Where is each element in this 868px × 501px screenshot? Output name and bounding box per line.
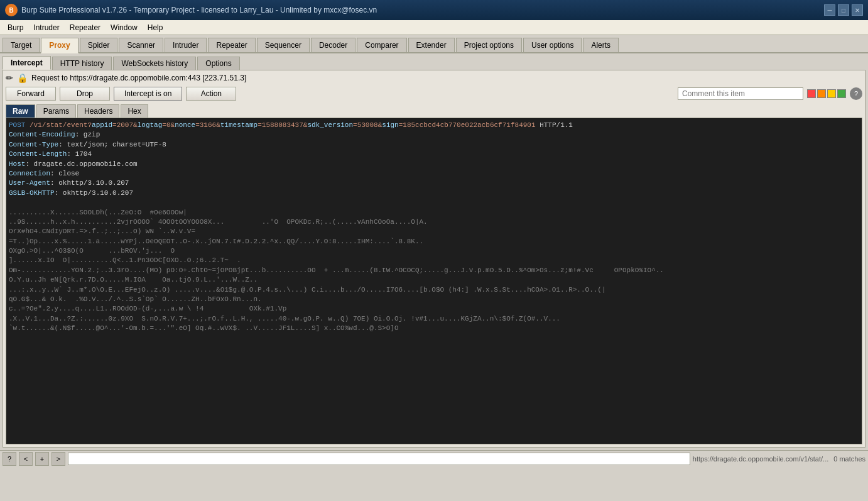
menu-intruder[interactable]: Intruder	[28, 22, 64, 33]
tab-proxy[interactable]: Proxy	[41, 38, 78, 53]
action-button[interactable]: Action	[186, 87, 236, 101]
bottom-bar: ? < + > https://dragate.dc.oppomobile.co…	[0, 450, 868, 467]
info-bar: ✏ 🔒 Request to https://dragate.dc.oppomo…	[6, 73, 862, 83]
tab-extender[interactable]: Extender	[408, 38, 455, 52]
minimize-button[interactable]: ─	[824, 4, 835, 16]
tab-intruder[interactable]: Intruder	[165, 38, 207, 52]
subtab-options[interactable]: Options	[197, 57, 239, 70]
reqtab-hex[interactable]: Hex	[121, 104, 148, 118]
pencil-icon: ✏	[6, 73, 13, 83]
title-bar: B Burp Suite Professional v1.7.26 - Temp…	[0, 0, 868, 20]
menu-bar: Burp Intruder Repeater Window Help	[0, 20, 868, 35]
proxy-panel: ✏ 🔒 Request to https://dragate.dc.oppomo…	[3, 70, 865, 448]
window-title: Burp Suite Professional v1.7.26 - Tempor…	[21, 6, 377, 14]
tab-decoder[interactable]: Decoder	[311, 38, 355, 52]
menu-burp[interactable]: Burp	[3, 22, 28, 33]
color-yellow-dot[interactable]	[827, 89, 836, 98]
request-tabs: Raw Params Headers Hex	[6, 104, 862, 118]
lock-icon: 🔒	[17, 73, 28, 83]
status-url: https://dragate.dc.oppomobile.com/v1/sta…	[693, 455, 828, 463]
reqtab-params[interactable]: Params	[36, 104, 76, 118]
tab-target[interactable]: Target	[3, 38, 40, 52]
subtab-intercept[interactable]: Intercept	[3, 56, 51, 70]
next-button[interactable]: >	[52, 452, 65, 466]
tab-sequencer[interactable]: Sequencer	[257, 38, 310, 52]
tab-user-options[interactable]: User options	[523, 38, 582, 52]
subtab-websockets-history[interactable]: WebSockets history	[113, 57, 196, 70]
intercept-toggle-button[interactable]: Intercept is on	[114, 87, 182, 101]
menu-window[interactable]: Window	[106, 22, 143, 33]
request-info-text: Request to https://dragate.dc.oppomobile…	[31, 74, 246, 82]
close-button[interactable]: ✕	[852, 4, 863, 16]
forward-button[interactable]: Forward	[6, 87, 56, 101]
tab-comparer[interactable]: Comparer	[357, 38, 406, 52]
main-tabs: Target Proxy Spider Scanner Intruder Rep…	[0, 35, 868, 53]
help-button[interactable]: ?	[850, 87, 862, 100]
reqtab-raw[interactable]: Raw	[6, 104, 35, 118]
request-content[interactable]: POST /v1/stat/event?appid=2007&logtag=0&…	[6, 118, 862, 444]
comment-input[interactable]	[678, 87, 803, 100]
tab-scanner[interactable]: Scanner	[119, 38, 163, 52]
app-area: Intercept HTTP history WebSockets histor…	[0, 53, 868, 450]
maximize-button[interactable]: □	[838, 4, 849, 16]
search-input[interactable]	[68, 453, 690, 465]
tab-repeater[interactable]: Repeater	[208, 38, 255, 52]
prev-button[interactable]: <	[19, 452, 33, 466]
add-button[interactable]: +	[35, 452, 49, 466]
toolbar: Forward Drop Intercept is on Action ?	[6, 87, 862, 101]
color-orange-dot[interactable]	[817, 89, 826, 98]
subtab-http-history[interactable]: HTTP history	[52, 57, 112, 70]
status-bar-right: https://dragate.dc.oppomobile.com/v1/sta…	[693, 455, 865, 463]
menu-help[interactable]: Help	[143, 22, 168, 33]
color-green-dot[interactable]	[837, 89, 846, 98]
tab-alerts[interactable]: Alerts	[583, 38, 619, 52]
title-bar-left: B Burp Suite Professional v1.7.26 - Temp…	[5, 4, 377, 16]
app-logo: B	[5, 4, 18, 16]
reqtab-headers[interactable]: Headers	[77, 104, 119, 118]
sub-tabs: Intercept HTTP history WebSockets histor…	[3, 56, 865, 70]
tab-project-options[interactable]: Project options	[456, 38, 522, 52]
menu-repeater[interactable]: Repeater	[65, 22, 106, 33]
matches-count: 0 matches	[833, 455, 865, 463]
help-nav-button[interactable]: ?	[3, 452, 16, 466]
drop-button[interactable]: Drop	[60, 87, 110, 101]
title-bar-controls[interactable]: ─ □ ✕	[824, 4, 863, 16]
color-red-dot[interactable]	[807, 89, 816, 98]
tab-spider[interactable]: Spider	[80, 38, 118, 52]
color-picker	[807, 89, 846, 98]
